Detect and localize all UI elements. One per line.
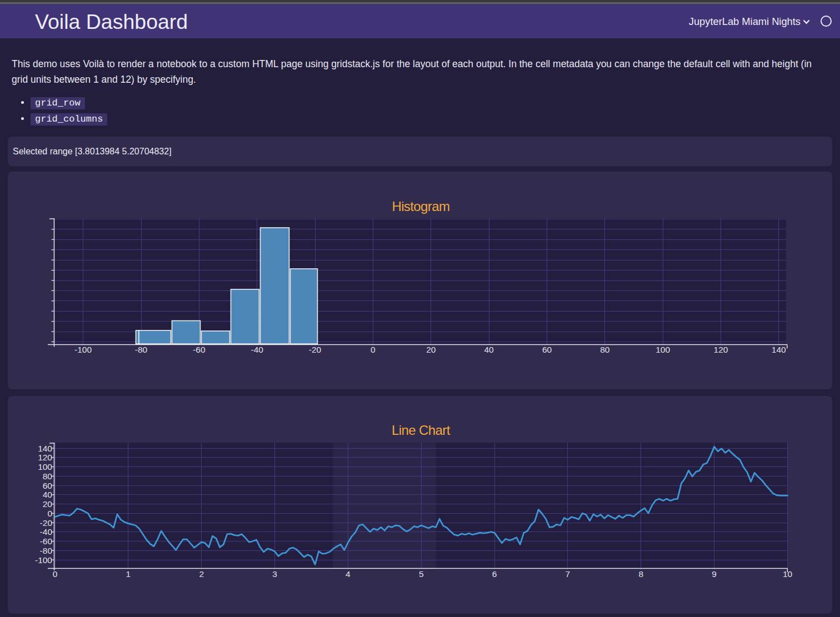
svg-text:20: 20 (426, 345, 436, 354)
svg-text:-100: -100 (74, 345, 92, 354)
svg-text:4: 4 (346, 569, 351, 579)
svg-text:60: 60 (542, 345, 552, 354)
svg-text:2: 2 (199, 569, 204, 579)
svg-text:-40: -40 (251, 345, 263, 354)
svg-text:3: 3 (272, 569, 277, 579)
svg-text:7: 7 (566, 569, 571, 579)
svg-text:120: 120 (714, 345, 728, 354)
svg-text:60: 60 (43, 481, 53, 490)
svg-text:20: 20 (43, 499, 53, 509)
svg-text:0: 0 (371, 345, 376, 354)
svg-text:-100: -100 (35, 555, 52, 565)
svg-text:5: 5 (419, 569, 424, 579)
svg-text:Line Chart: Line Chart (392, 423, 451, 438)
svg-text:10: 10 (783, 569, 793, 579)
svg-text:1: 1 (126, 569, 131, 579)
svg-text:-60: -60 (40, 536, 53, 546)
svg-text:-80: -80 (40, 546, 53, 555)
svg-text:0: 0 (53, 569, 58, 579)
svg-text:6: 6 (492, 569, 497, 579)
svg-text:-20: -20 (309, 345, 322, 354)
svg-text:140: 140 (38, 444, 52, 453)
svg-text:8: 8 (638, 569, 643, 579)
svg-text:-80: -80 (135, 345, 148, 354)
svg-text:100: 100 (656, 345, 670, 354)
svg-text:9: 9 (712, 569, 717, 579)
svg-text:120: 120 (38, 453, 52, 462)
svg-text:40: 40 (43, 490, 53, 499)
svg-text:-20: -20 (40, 518, 53, 528)
svg-text:0: 0 (47, 509, 52, 518)
svg-text:100: 100 (38, 462, 52, 471)
svg-text:80: 80 (43, 471, 53, 481)
svg-text:140: 140 (772, 345, 786, 354)
svg-text:-40: -40 (40, 527, 53, 536)
svg-text:80: 80 (600, 345, 610, 354)
svg-text:Histogram: Histogram (392, 199, 449, 214)
svg-text:-60: -60 (193, 345, 206, 354)
svg-text:40: 40 (484, 345, 494, 354)
